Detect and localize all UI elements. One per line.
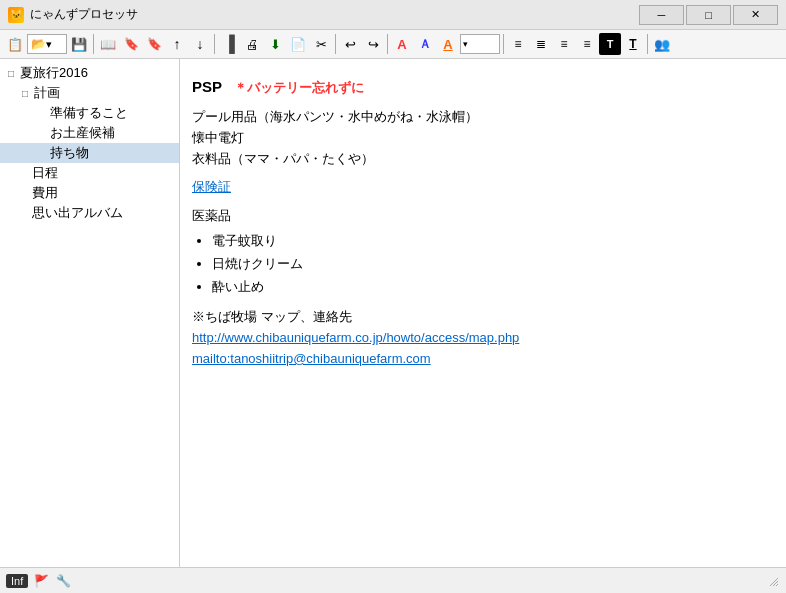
font-normal-button[interactable]: A <box>391 33 413 55</box>
toggle-plan[interactable]: □ <box>18 86 32 100</box>
content-medicine-section: 医薬品 電子蚊取り 日焼けクリーム 酔い止め <box>192 206 774 297</box>
sep4 <box>387 34 388 54</box>
tree-label-schedule: 日程 <box>32 164 58 182</box>
new-button[interactable]: 📋 <box>4 33 26 55</box>
tree-item-plan[interactable]: □ 計画 <box>0 83 179 103</box>
tree-label-prepare: 準備すること <box>50 104 128 122</box>
content-panel[interactable]: PSP ＊バッテリー忘れずに プール用品（海水パンツ・水中めがね・水泳帽） 懐中… <box>180 59 786 567</box>
medicine-item-1: 電子蚊取り <box>212 231 774 252</box>
sidebar: □ 夏旅行2016 □ 計画 準備すること お土産候補 持ち物 日程 <box>0 59 180 567</box>
titlebar: 🐱 にゃんずプロセッサ ─ □ ✕ <box>0 0 786 30</box>
item-button[interactable]: ▐ <box>218 33 240 55</box>
medicine-heading: 医薬品 <box>192 206 774 227</box>
sep6 <box>647 34 648 54</box>
content-line-3: 衣料品（ママ・パパ・たくや） <box>192 149 774 170</box>
content-hoken: 保険証 <box>192 177 774 198</box>
app-icon-glyph: 🐱 <box>10 9 22 20</box>
color-picker-dropdown[interactable]: ▾ <box>460 34 500 54</box>
copy-doc-button[interactable]: 📄 <box>287 33 309 55</box>
heading-button[interactable]: T <box>599 33 621 55</box>
content-heading: PSP <box>192 78 222 95</box>
save-button[interactable]: 💾 <box>68 33 90 55</box>
sep3 <box>335 34 336 54</box>
sep1 <box>93 34 94 54</box>
app-icon: 🐱 <box>8 7 24 23</box>
resize-grip <box>766 574 780 588</box>
print-button[interactable]: 🖨 <box>241 33 263 55</box>
toolbar-container: 📋 📂▾ 💾 📖 🔖 🔖 ↑ ↓ ▐ 🖨 ⬇ <box>0 30 786 59</box>
flag-icon[interactable]: 🚩 <box>32 572 50 590</box>
tree-label-plan: 計画 <box>34 84 60 102</box>
toggle-root[interactable]: □ <box>4 66 18 80</box>
align-left-button[interactable]: ≡ <box>507 33 529 55</box>
open-book-button[interactable]: 📖 <box>97 33 119 55</box>
statusbar: Inf 🚩 🔧 <box>0 567 786 593</box>
window-controls: ─ □ ✕ <box>639 5 778 25</box>
users-button[interactable]: 👥 <box>651 33 673 55</box>
tree-label-omiyage: お土産候補 <box>50 124 115 142</box>
tree-label-root: 夏旅行2016 <box>20 64 88 82</box>
toolbar: 📋 📂▾ 💾 📖 🔖 🔖 ↑ ↓ ▐ 🖨 ⬇ <box>0 30 786 58</box>
underline-heading-button[interactable]: T <box>622 33 644 55</box>
content-lines: プール用品（海水パンツ・水中めがね・水泳帽） 懐中電灯 衣料品（ママ・パパ・たく… <box>192 107 774 169</box>
svg-line-2 <box>776 584 778 586</box>
content-map-section: ※ちば牧場 マップ、連絡先 http://www.chibauniquefarm… <box>192 307 774 369</box>
tree-item-album[interactable]: 思い出アルバム <box>0 203 179 223</box>
sep5 <box>503 34 504 54</box>
maximize-button[interactable]: □ <box>686 5 731 25</box>
medicine-item-3: 酔い止め <box>212 277 774 298</box>
move-up-button[interactable]: ↑ <box>166 33 188 55</box>
tree-item-root[interactable]: □ 夏旅行2016 <box>0 63 179 83</box>
main-area: □ 夏旅行2016 □ 計画 準備すること お土産候補 持ち物 日程 <box>0 59 786 567</box>
medicine-item-2: 日焼けクリーム <box>212 254 774 275</box>
sep2 <box>214 34 215 54</box>
inf-badge[interactable]: Inf <box>6 574 28 588</box>
content-line-1: プール用品（海水パンツ・水中めがね・水泳帽） <box>192 107 774 128</box>
bookmark2-button[interactable]: 🔖 <box>143 33 165 55</box>
email-link[interactable]: mailto:tanoshiitrip@chibauniquefarm.com <box>192 349 774 370</box>
tree-item-prepare[interactable]: 準備すること <box>0 103 179 123</box>
align-justify-button[interactable]: ≡ <box>576 33 598 55</box>
map-link[interactable]: http://www.chibauniquefarm.co.jp/howto/a… <box>192 328 774 349</box>
bookmark-button[interactable]: 🔖 <box>120 33 142 55</box>
medicine-list: 電子蚊取り 日焼けクリーム 酔い止め <box>212 231 774 297</box>
tree-label-cost: 費用 <box>32 184 58 202</box>
tree-item-cost[interactable]: 費用 <box>0 183 179 203</box>
tree-item-omiyage[interactable]: お土産候補 <box>0 123 179 143</box>
tool-icon[interactable]: 🔧 <box>54 572 72 590</box>
align-center-button[interactable]: ≣ <box>530 33 552 55</box>
export-button[interactable]: ⬇ <box>264 33 286 55</box>
window-title: にゃんずプロセッサ <box>30 6 639 23</box>
content-header: PSP ＊バッテリー忘れずに <box>192 75 774 99</box>
close-button[interactable]: ✕ <box>733 5 778 25</box>
minimize-button[interactable]: ─ <box>639 5 684 25</box>
font-color-button[interactable]: A <box>437 33 459 55</box>
hoken-link[interactable]: 保険証 <box>192 179 231 194</box>
tree-label-mochimono: 持ち物 <box>50 144 89 162</box>
map-note: ※ちば牧場 マップ、連絡先 <box>192 307 774 328</box>
redo-button[interactable]: ↪ <box>362 33 384 55</box>
content-note: ＊バッテリー忘れずに <box>234 80 364 95</box>
tree-item-schedule[interactable]: 日程 <box>0 163 179 183</box>
content-line-2: 懐中電灯 <box>192 128 774 149</box>
move-down-button[interactable]: ↓ <box>189 33 211 55</box>
tree-item-mochimono[interactable]: 持ち物 <box>0 143 179 163</box>
align-right-button[interactable]: ≡ <box>553 33 575 55</box>
font-wide-button[interactable]: Ａ <box>414 33 436 55</box>
undo-button[interactable]: ↩ <box>339 33 361 55</box>
scissors-button[interactable]: ✂ <box>310 33 332 55</box>
open-dropdown[interactable]: 📂▾ <box>27 34 67 54</box>
tree-label-album: 思い出アルバム <box>32 204 123 222</box>
